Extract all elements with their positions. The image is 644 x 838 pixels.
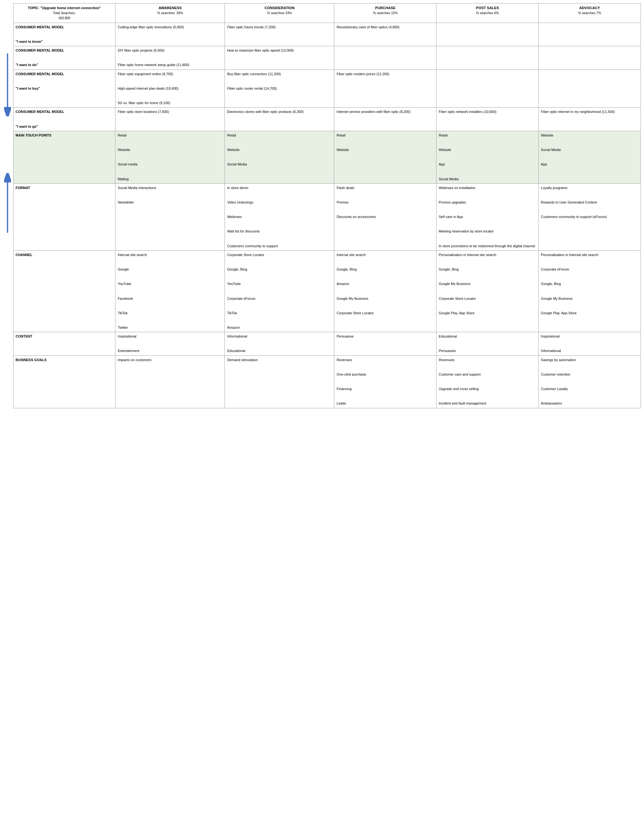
main-layout: TOPIC: "Upgrade home internet connection… [3,3,641,408]
table-row: CHANNELInternal site searchGoogleYouTube… [13,250,641,332]
cell-postsales: Personalisation in Internal site searchG… [437,250,539,332]
cell-purchase: Fiber optic modem prices (12,200) [334,69,437,108]
cell-consideration: How to maximize fiber optic speed (13,00… [225,46,334,70]
cell-postsales: EducationalPersuasive [437,332,539,356]
row-label-cell: CONSUMER MENTAL MODEL"I want to do" [13,46,115,70]
header-row: TOPIC: "Upgrade home internet connection… [13,3,641,23]
cell-consideration: Electronics stores with fiber optic prod… [225,108,334,131]
cell-awareness: Social Media interactionsNewsletter [115,183,225,250]
header-advocacy: ADVOCACY% searches 7% [539,3,641,23]
header-postsales: POST SALES% searches 6% [437,3,539,23]
cell-advocacy: Fiber optic internet in my neighborhood … [539,108,641,131]
cell-advocacy: Loyalty programsRewards to User Generate… [539,183,641,250]
header-awareness: AWARENESS% searches: 39% [115,3,225,23]
cell-consideration: Demand stimulation [225,356,334,408]
main-table: TOPIC: "Upgrade home internet connection… [13,3,641,408]
cell-advocacy: WebsiteSocial MediaApp [539,131,641,184]
arrow-up [4,173,11,237]
header-consideration: CONSIDERATION% searches 33% [225,3,334,23]
cell-consideration: Fiber optic future trends (7,200) [225,23,334,46]
cell-postsales: Fiber optic network installers (10,600) [437,108,539,131]
cell-purchase [334,46,437,70]
cell-awareness: Cutting-edge fiber optic innovations (5,… [115,23,225,46]
cell-postsales [437,69,539,108]
cell-purchase: Internet service providers with fiber op… [334,108,437,131]
cell-purchase: Persuasive [334,332,437,356]
cell-awareness: Internal site searchGoogleYouTubeFaceboo… [115,250,225,332]
cell-advocacy [539,69,641,108]
cell-purchase: RevenuesOne-click purchaseFinancingLeads [334,356,437,408]
row-label-cell: MAIN TOUCH POINTS [13,131,115,184]
cell-advocacy: Savings by automationCustomer retentionC… [539,356,641,408]
cell-awareness: Fiber optic equipment online (8,700)High… [115,69,225,108]
cell-purchase: RetailWebsite [334,131,437,184]
cell-advocacy: InspirationalInformational [539,332,641,356]
cell-consideration: Buy fiber optic connectors (11,200)Fiber… [225,69,334,108]
header-topic: TOPIC: "Upgrade home internet connection… [13,3,115,23]
row-label-cell: CONSUMER MENTAL MODEL"I want to know" [13,23,115,46]
table-row: BUSINESS GOALSImpacts on customersDemand… [13,356,641,408]
cell-advocacy: Personalisation in Internal site searchC… [539,250,641,332]
table-row: CONSUMER MENTAL MODEL"I want to do"DIY f… [13,46,641,70]
cell-awareness: Fiber optic store locations (7,600) [115,108,225,131]
header-purchase: PURCHASE% searches 15% [334,3,437,23]
cell-purchase: Revolutionary uses of fiber optics (4,80… [334,23,437,46]
table-row: FORMATSocial Media interactionsNewslette… [13,183,641,250]
row-label-cell: BUSINESS GOALS [13,356,115,408]
cell-purchase: Flash dealsPromosDiscounts on accessorie… [334,183,437,250]
row-label-cell: CONTENT [13,332,115,356]
cell-postsales: Webinars on installationPromos upgradesS… [437,183,539,250]
cell-awareness: Impacts on customers [115,356,225,408]
cell-purchase: Internal site searchGoogle, BingAmazonGo… [334,250,437,332]
table-row: CONSUMER MENTAL MODEL"I want to go"Fiber… [13,108,641,131]
row-label-cell: CHANNEL [13,250,115,332]
cell-postsales: RevenuesCustomer care and supportUpgrade… [437,356,539,408]
table-row: MAIN TOUCH POINTSRetailWebsiteSocial med… [13,131,641,184]
table-row: CONSUMER MENTAL MODEL"I want to buy"Fibe… [13,69,641,108]
cell-consideration: In store demoVideo UnboxingsWebinarsWait… [225,183,334,250]
arrow-down [4,53,11,117]
cell-advocacy [539,23,641,46]
cell-awareness: RetailWebsiteSocial mediaMailing [115,131,225,184]
cell-consideration: RetailWebsiteSocial Media [225,131,334,184]
cell-consideration: Corporate Store LocatorGoogle, BingYouTu… [225,250,334,332]
cell-consideration: InformationalEducational [225,332,334,356]
row-label-cell: CONSUMER MENTAL MODEL"I want to buy" [13,69,115,108]
cell-awareness: DIY fiber optic projects (9,500)Fiber op… [115,46,225,70]
cell-advocacy [539,46,641,70]
table-row: CONTENTInspirationalEntertainmentInforma… [13,332,641,356]
cell-postsales [437,46,539,70]
cell-postsales [437,23,539,46]
cell-awareness: InspirationalEntertainment [115,332,225,356]
table-row: CONSUMER MENTAL MODEL"I want to know"Cut… [13,23,641,46]
row-label-cell: FORMAT [13,183,115,250]
cell-postsales: RetailWebsiteAppSocial Media [437,131,539,184]
row-label-cell: CONSUMER MENTAL MODEL"I want to go" [13,108,115,131]
arrow-column [3,3,12,408]
